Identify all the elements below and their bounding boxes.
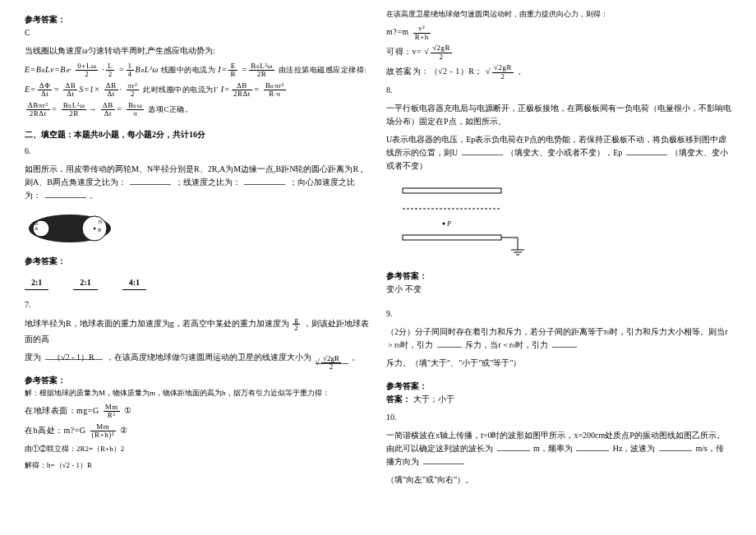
svg-rect-12 (403, 235, 501, 240)
ref-answer-label-9: 参考答案： (386, 380, 731, 393)
svg-text:N: N (99, 219, 103, 224)
q6-ans-2: 2:1 (73, 276, 97, 290)
q7r-final: 故答案为：（√2 - 1）R； √√2gR2 。 (386, 64, 731, 81)
q6-blank-2[interactable] (244, 176, 285, 185)
q8-blank-1[interactable] (462, 146, 503, 155)
q6-blank-1[interactable] (130, 176, 171, 185)
q7-sol-1: 解：根据地球的质量为M，物体质量为m，物体距地面的高为h，据万有引力近似等于重力… (25, 387, 370, 399)
q8-body-a: 一平行板电容器充电后与电源断开，正极板接地，在两极板间有一负电荷（电量很小，不影… (386, 102, 731, 128)
q9-ans: 答案： 大于；小于 (386, 393, 731, 406)
q6-answers: 2:1 2:1 4:1 (25, 276, 370, 290)
svg-rect-8 (403, 188, 501, 193)
q7r-eq-2: 可得：v= √√2gR2 (386, 44, 731, 61)
svg-text:A: A (35, 226, 39, 231)
q5-body: 当线圈以角速度ω匀速转动半周时,产生感应电动势为: (25, 44, 370, 58)
q8-blank-2[interactable] (626, 146, 667, 155)
q7r-l1: 在该高度卫星绕地球做匀速圆周运动时，由重力提供向心力，则得： (386, 8, 731, 20)
q8-ans: 变小 不变 (386, 283, 731, 296)
q8-num: 8. (386, 84, 731, 97)
right-column: 在该高度卫星绕地球做匀速圆周运动时，由重力提供向心力，则得： m?=m v²R+… (386, 8, 731, 527)
q7-sol-5: 解得：h=（√2 - 1）R (25, 459, 370, 471)
ref-answer-label-5: 参考答案： (25, 13, 370, 26)
q6-num: 6. (25, 145, 370, 158)
q7-blank-2[interactable]: √√2gR2 (316, 355, 348, 364)
q10-blank-1[interactable] (497, 442, 530, 451)
q10-body-b: （填"向左"或"向右"）。 (386, 473, 731, 487)
q9-blank-2[interactable] (552, 339, 577, 348)
q9-body-b: 斥力。（填"大于"、"小于"或"等于"） (386, 357, 731, 370)
q7-sol-3: 在h高处：m?=G Mm(R+h)² ② (25, 423, 370, 440)
ref-answer-label-8: 参考答案： (386, 270, 731, 283)
q5-eq-3: ΔBπr²2RΔt= B₀L²ω2R→ ΔBΔt= B₀ωπ 选项C正确。 (25, 102, 370, 118)
q10-body-a: 一简谐横波在x轴上传播，t=0时的波形如图甲所示，x=200cm处质点P的振动图… (386, 429, 731, 468)
q6-ans-3: 4:1 (122, 276, 146, 290)
q8-body-b: U表示电容器的电压，Ep表示负电荷在P点的电势能，若保持正极板不动，将负极板移到… (386, 133, 731, 173)
q5-answer: C (25, 26, 370, 39)
left-column: 参考答案： C 当线圈以角速度ω匀速转动半周时,产生感应电动势为: E=B₀Lv… (25, 8, 370, 527)
q9-blank-1[interactable] (437, 339, 462, 348)
q9-num: 9. (386, 307, 731, 321)
q6-blank-3[interactable] (45, 189, 86, 198)
q7-num: 7. (25, 298, 370, 311)
q10-blank-3[interactable] (659, 442, 692, 451)
section2-title: 二、填空题：本题共8小题，每小题2分，共计16分 (25, 128, 370, 141)
svg-point-3 (94, 227, 96, 229)
svg-text:B: B (98, 228, 101, 233)
capacitor-diagram: P (386, 184, 534, 258)
ref-answer-label-7: 参考答案： (25, 374, 370, 387)
q7-blank-1[interactable]: （√2 - 1）R (45, 351, 103, 360)
svg-point-10 (443, 223, 445, 225)
q5-eq-1: E=B₀Lv=B₀· 0+Lω2 ·L2 =14B₀L²ω 线圈中的电流为 I=… (25, 62, 370, 79)
ref-answer-label-6: 参考答案： (25, 255, 370, 268)
q5-eq-2: E=ΔΦΔt= ΔBΔtS=1× ΔBΔt· πr²2 此时线圈中的电流为I′ … (25, 82, 370, 99)
q10-num: 10. (386, 411, 731, 424)
q6-body: 如图所示，用皮带传动的两轮M、N半径分别是R、2R,A为M边缘一点,B距N轮的圆… (25, 163, 370, 202)
q10-blank-2[interactable] (576, 442, 609, 451)
q9-body-a: （2分）分子间同时存在着引力和斥力，若分子间的距离等于r₀时，引力和斥力大小相等… (386, 325, 731, 352)
svg-text:P: P (446, 220, 451, 228)
q6-ans-1: 2:1 (25, 276, 48, 290)
q7r-eq-1: m?=m v²R+h (386, 25, 731, 41)
q7-body-2: 度为 （√2 - 1）R ，在该高度绕地球做匀速圆周运动的卫星的线速度大小为 √… (25, 351, 370, 364)
belt-diagram: M N A B (25, 212, 115, 245)
q7-sol-4: 由①②联立得：2R2=（R+h）2 (25, 443, 370, 454)
q7-body: 地球半径为R，地球表面的重力加速度为g，若高空中某处的重力加速度为 g2 ，则该… (25, 316, 370, 346)
q10-blank-4[interactable] (423, 455, 464, 464)
q7-sol-2: 在地球表面：mg=G MmR² ① (25, 404, 370, 420)
